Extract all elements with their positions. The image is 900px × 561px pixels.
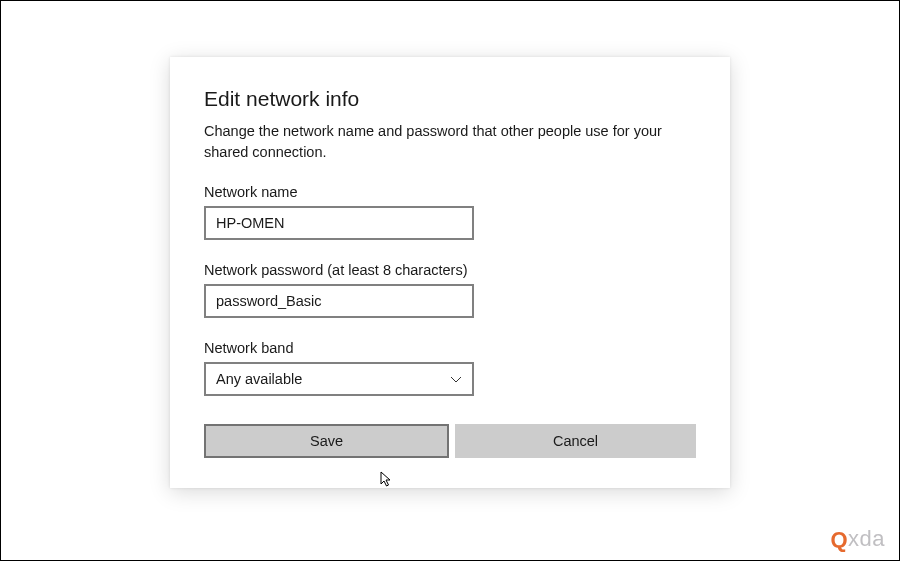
network-name-input[interactable]	[204, 206, 474, 240]
network-password-input[interactable]	[204, 284, 474, 318]
network-password-label: Network password (at least 8 characters)	[204, 262, 696, 278]
chevron-down-icon	[450, 373, 462, 385]
network-band-value: Any available	[216, 371, 302, 387]
network-name-label: Network name	[204, 184, 696, 200]
dialog-buttons: Save Cancel	[204, 424, 696, 458]
save-button[interactable]: Save	[204, 424, 449, 458]
network-band-group: Network band Any available	[204, 340, 696, 396]
network-password-group: Network password (at least 8 characters)	[204, 262, 696, 318]
network-band-select[interactable]: Any available	[204, 362, 474, 396]
watermark-accent: Q	[830, 527, 848, 553]
edit-network-dialog: Edit network info Change the network nam…	[170, 57, 730, 488]
network-band-label: Network band	[204, 340, 696, 356]
dialog-description: Change the network name and password tha…	[204, 121, 696, 162]
watermark-logo: Qxda	[830, 526, 885, 552]
network-name-group: Network name	[204, 184, 696, 240]
watermark-text: xda	[848, 526, 885, 552]
cancel-button[interactable]: Cancel	[455, 424, 696, 458]
dialog-title: Edit network info	[204, 87, 696, 111]
